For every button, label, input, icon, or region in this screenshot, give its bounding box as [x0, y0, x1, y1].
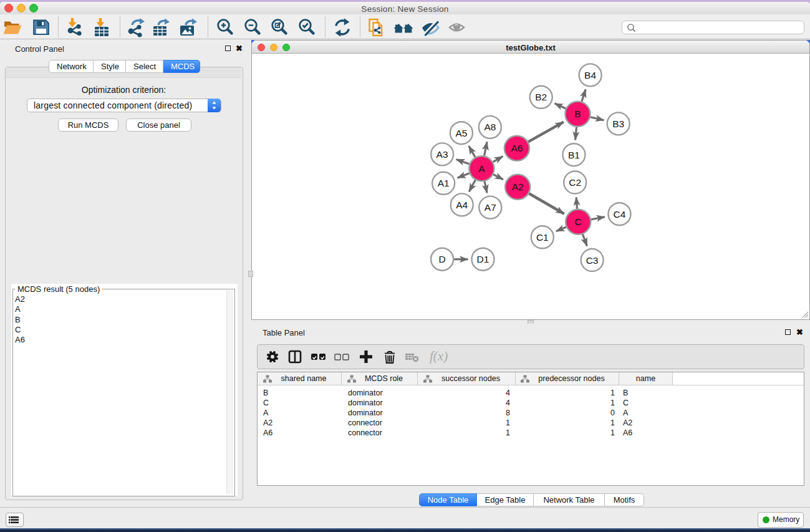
svg-text:A3: A3 — [436, 149, 448, 160]
svg-text:C4: C4 — [614, 209, 626, 220]
svg-text:D1: D1 — [477, 254, 489, 264]
svg-text:D: D — [438, 254, 445, 264]
svg-text:A1: A1 — [438, 178, 450, 188]
svg-text:C: C — [575, 216, 582, 227]
svg-text:B2: B2 — [535, 92, 547, 102]
svg-text:A2: A2 — [512, 181, 524, 192]
svg-text:B3: B3 — [612, 118, 624, 129]
svg-text:B: B — [574, 109, 581, 119]
svg-text:C1: C1 — [536, 232, 549, 243]
svg-text:C2: C2 — [569, 177, 581, 188]
svg-text:A6: A6 — [511, 143, 523, 153]
svg-text:A8: A8 — [484, 122, 496, 132]
svg-text:B1: B1 — [568, 150, 580, 160]
svg-text:A: A — [478, 163, 485, 174]
svg-text:C3: C3 — [586, 255, 599, 266]
svg-text:A7: A7 — [485, 202, 496, 213]
svg-text:B4: B4 — [584, 70, 596, 80]
svg-text:A5: A5 — [455, 128, 467, 138]
svg-text:A4: A4 — [456, 200, 468, 210]
